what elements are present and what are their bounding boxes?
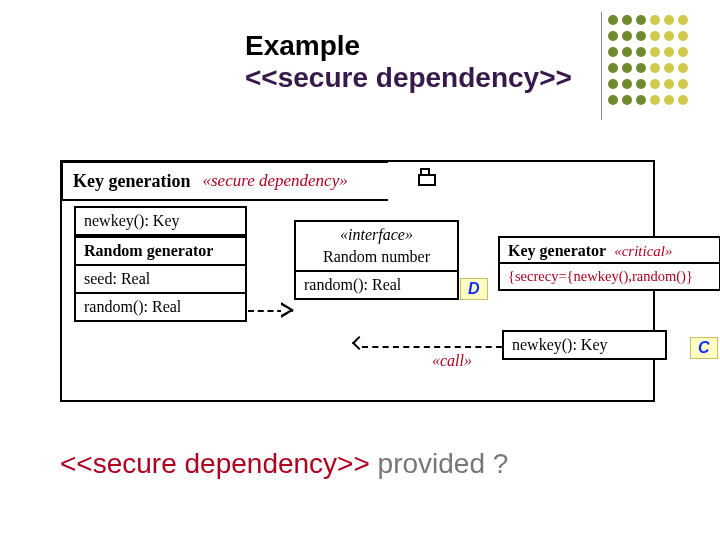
class-name: Random generator: [76, 238, 245, 264]
class-key-generator-op: newkey(): Key: [502, 330, 667, 360]
kg-name: Key generator: [508, 242, 606, 260]
class-op: random(): Real: [76, 292, 245, 320]
bottom-question: <<secure dependency>> provided ?: [60, 448, 508, 480]
title: Example <<secure dependency>>: [245, 30, 572, 94]
call-label: «call»: [432, 352, 472, 370]
bq-stereotype: <<secure dependency>>: [60, 448, 370, 479]
package-name: Key generation: [73, 171, 190, 192]
class-attr: seed: Real: [76, 264, 245, 292]
dependency-arrow: [362, 346, 502, 348]
op-newkey-stray: newkey(): Key: [74, 206, 247, 236]
op-text: newkey(): Key: [76, 208, 245, 234]
uml-package-frame: Key generation «secure dependency» newke…: [60, 160, 655, 402]
class-key-generator-tag: {secrecy={newkey(),random()}: [498, 262, 720, 291]
iface-name: Random number: [296, 248, 457, 270]
badge-d: D: [460, 278, 488, 300]
bq-text: provided ?: [370, 448, 509, 479]
iface-stereotype: «interface»: [296, 222, 457, 248]
package-stereotype: «secure dependency»: [202, 171, 347, 191]
slide: Example <<secure dependency>> Key genera…: [0, 0, 720, 540]
decor-vline: [601, 12, 602, 120]
interface-random-number: «interface» Random number random(): Real: [294, 220, 459, 300]
title-line1: Example: [245, 30, 572, 62]
kg-op: newkey(): Key: [504, 332, 665, 358]
class-random-generator: Random generator seed: Real random(): Re…: [74, 236, 247, 322]
kg-tag: {secrecy={newkey(),random()}: [500, 264, 719, 289]
title-line2: <<secure dependency>>: [245, 62, 572, 94]
class-key-generator-header: Key generator «critical»: [498, 236, 720, 264]
realization-arrowhead-inner: [281, 305, 290, 315]
package-icon: [418, 168, 438, 186]
iface-op: random(): Real: [296, 270, 457, 298]
decor-dots: [606, 12, 690, 108]
kg-stereotype: «critical»: [614, 243, 672, 260]
badge-c: C: [690, 337, 718, 359]
package-tab: Key generation «secure dependency»: [61, 161, 388, 201]
